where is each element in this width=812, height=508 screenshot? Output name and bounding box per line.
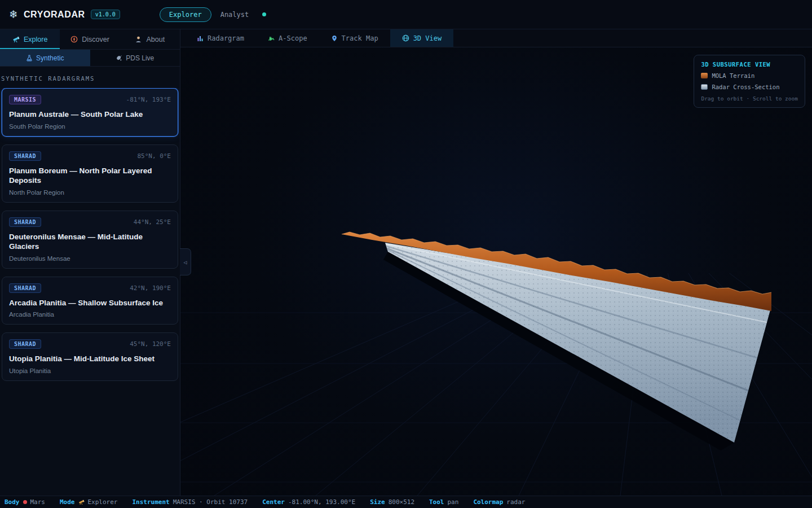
tab-track-map[interactable]: Track Map [319, 29, 390, 47]
card-top: SHARAD 42°N, 190°E [9, 283, 171, 293]
status-label: Instrument [132, 498, 169, 506]
status-value: MARSIS · Orbit 10737 [173, 498, 248, 506]
card-title: Planum Australe — South Polar Lake [9, 110, 171, 120]
legend-item-terrain: MOLA Terrain [701, 72, 798, 79]
tab-label: About [146, 36, 165, 43]
3d-canvas[interactable]: 3D SUBSURFACE VIEW MOLA Terrain Radar Cr… [180, 47, 812, 496]
radargram-list: MARSIS -81°N, 193°E Planum Australe — So… [0, 88, 180, 496]
status-mode: Mode Explorer [60, 498, 117, 506]
view-tab-bar: Radargram A-Scope Track Map 3D View [180, 29, 812, 47]
status-body: Body Mars [5, 498, 45, 506]
card-region: South Polar Region [9, 123, 171, 130]
list-item-planum-boreum[interactable]: SHARAD 85°N, 0°E Planum Boreum — North P… [2, 144, 178, 203]
compass-icon [70, 36, 78, 43]
telescope-icon [12, 36, 20, 43]
card-region: Arcadia Planitia [9, 311, 171, 318]
card-region: Deuteronilus Mensae [9, 255, 171, 262]
list-item-planum-australe[interactable]: MARSIS -81°N, 193°E Planum Australe — So… [2, 88, 178, 137]
app-window: ❄ CRYORADAR v1.0.0 Explorer Analyst Expl… [0, 0, 812, 508]
status-value: Mars [30, 498, 46, 506]
source-label: Synthetic [36, 54, 64, 62]
legend-item-radar: Radar Cross-Section [701, 84, 798, 90]
instrument-badge: MARSIS [9, 95, 41, 104]
tab-discover[interactable]: Discover [60, 29, 120, 49]
logo-group: ❄ CRYORADAR v1.0.0 [9, 9, 120, 20]
map-pin-icon [331, 35, 338, 42]
card-top: SHARAD 45°N, 120°E [9, 339, 171, 349]
sidebar-tabs: Explore Discover About [0, 29, 180, 50]
status-value: -81.00°N, 193.00°E [288, 498, 355, 506]
card-title: Utopia Planitia — Mid-Latitude Ice Sheet [9, 354, 171, 364]
mode-analyst-button[interactable]: Analyst [219, 8, 250, 21]
status-value: radar [506, 498, 525, 506]
sidebar-collapse-button[interactable]: ◁ [180, 248, 191, 275]
view-tab-label: A-Scope [279, 34, 307, 42]
status-label: Mode [60, 498, 75, 506]
legend-label: Radar Cross-Section [712, 84, 779, 90]
satellite-dish-icon [116, 55, 122, 62]
list-item-arcadia[interactable]: SHARAD 42°N, 190°E Arcadia Planitia — Sh… [2, 277, 178, 325]
card-top: SHARAD 85°N, 0°E [9, 151, 171, 161]
section-title: SYNTHETIC RADARGRAMS [0, 67, 180, 88]
card-title: Arcadia Planitia — Shallow Subsurface Ic… [9, 298, 171, 308]
source-toggle: Synthetic PDS Live [0, 50, 180, 67]
orbit-hint: Drag to orbit · Scroll to zoom [701, 95, 798, 102]
mode-toggle: Explorer Analyst [160, 7, 266, 22]
panel-title: 3D SUBSURFACE VIEW [701, 61, 798, 68]
version-badge: v1.0.0 [91, 10, 120, 19]
status-size: Size 800×512 [370, 498, 414, 506]
person-icon [135, 36, 142, 43]
status-label: Body [5, 498, 20, 506]
card-top: SHARAD 44°N, 25°E [9, 217, 171, 227]
sidebar: Explore Discover About Synthetic [0, 29, 180, 496]
tab-3d-view[interactable]: 3D View [390, 29, 454, 47]
status-bar: Body Mars Mode Explorer Instrument MARSI… [0, 496, 812, 508]
tab-label: Explore [24, 36, 47, 43]
view-tab-label: Radargram [208, 34, 244, 42]
instrument-badge: SHARAD [9, 339, 41, 349]
tab-radargram[interactable]: Radargram [185, 29, 256, 47]
card-region: North Polar Region [9, 189, 171, 196]
body-row: Explore Discover About Synthetic [0, 29, 812, 496]
status-value: 800×512 [389, 498, 414, 506]
main-area: Radargram A-Scope Track Map 3D View [180, 29, 812, 496]
tab-a-scope[interactable]: A-Scope [256, 29, 319, 47]
source-synthetic-button[interactable]: Synthetic [0, 50, 90, 66]
status-colormap: Colormap radar [473, 498, 525, 506]
radar-swatch-icon [701, 84, 708, 90]
mode-explorer-button[interactable]: Explorer [160, 7, 211, 22]
card-title: Planum Boreum — North Polar Layered Depo… [9, 166, 171, 186]
app-title: CRYORADAR [24, 10, 85, 20]
list-item-deuteronilus[interactable]: SHARAD 44°N, 25°E Deuteronilus Mensae — … [2, 211, 178, 269]
globe-icon [402, 34, 409, 42]
3d-scene [180, 47, 812, 496]
waveform-icon [268, 35, 275, 42]
terrain-swatch-icon [701, 73, 708, 78]
instrument-badge: SHARAD [9, 283, 41, 293]
status-center: Center -81.00°N, 193.00°E [262, 498, 355, 506]
view-info-panel: 3D SUBSURFACE VIEW MOLA Terrain Radar Cr… [694, 55, 805, 108]
mode-telescope-icon [78, 499, 85, 505]
status-value: pan [448, 498, 459, 506]
status-value: Explorer [88, 498, 118, 506]
live-status-dot [262, 12, 266, 16]
card-coords: 85°N, 0°E [137, 152, 171, 160]
status-label: Colormap [473, 498, 503, 506]
legend-label: MOLA Terrain [712, 72, 754, 79]
tab-explore[interactable]: Explore [0, 29, 60, 49]
header: ❄ CRYORADAR v1.0.0 Explorer Analyst [0, 0, 812, 29]
card-coords: 42°N, 190°E [130, 284, 171, 292]
card-top: MARSIS -81°N, 193°E [9, 95, 171, 104]
card-region: Utopia Planitia [9, 367, 171, 374]
snowflake-icon: ❄ [9, 9, 18, 20]
tab-about[interactable]: About [120, 29, 180, 49]
card-coords: 44°N, 25°E [134, 218, 171, 226]
flask-icon [26, 55, 33, 62]
status-label: Center [262, 498, 285, 506]
source-pds-live-button[interactable]: PDS Live [90, 50, 180, 66]
list-item-utopia[interactable]: SHARAD 45°N, 120°E Utopia Planitia — Mid… [2, 332, 178, 381]
source-label: PDS Live [126, 54, 154, 62]
instrument-badge: SHARAD [9, 217, 41, 227]
tab-label: Discover [82, 36, 109, 43]
card-coords: 45°N, 120°E [130, 340, 171, 348]
